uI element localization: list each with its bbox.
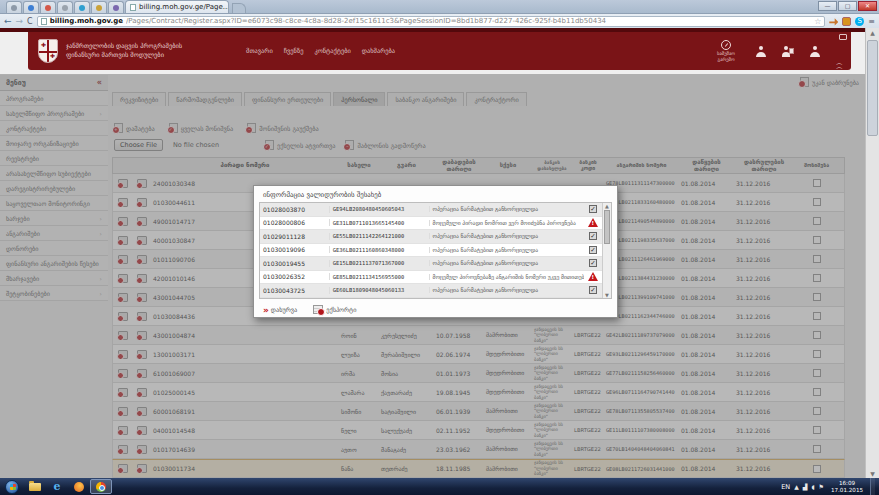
web-page: ✚✚ ჯანმრთელობის დაცვის პროგრამების ფინან… (0, 28, 879, 478)
taskbar-explorer[interactable] (24, 479, 46, 494)
browser-mini-tab[interactable] (74, 1, 90, 13)
url-path: /Pages/Contract/Register.aspx?ID=e6073c9… (126, 17, 811, 25)
continue-button[interactable]: » დახურვა (263, 305, 297, 315)
back-arrow-icon[interactable]: ← (4, 16, 12, 26)
taskbar-firefox[interactable] (68, 479, 90, 494)
modal-title: ინფორმაცია ვალიდურობის შესახებ (254, 186, 617, 202)
favicon-icon (113, 5, 119, 11)
browser-mini-tab[interactable] (57, 1, 73, 13)
continue-label: დახურვა (271, 306, 297, 313)
favicon-icon (11, 5, 17, 11)
new-tab-button[interactable] (232, 3, 246, 13)
success-check-icon: ✓ (589, 246, 597, 254)
language-indicator[interactable]: EN (781, 483, 790, 491)
modal-cell-pid: 01030043725 (260, 287, 330, 294)
header-nav-link[interactable]: კონტაქტები (314, 47, 350, 55)
favicon-icon (62, 5, 68, 11)
app-title-line1: ჯანმრთელობის დაცვის პროგრამების (66, 42, 182, 51)
header-nav-link[interactable]: დახმარება (362, 47, 395, 55)
ministry-logo-icon: ✚✚ (38, 39, 58, 63)
firefox-icon (74, 482, 84, 492)
monitor-icon[interactable] (839, 34, 847, 40)
flag-icon[interactable]: ⚑ (819, 483, 824, 490)
url-bar[interactable]: billing.moh.gov.ge /Pages/Contract/Regis… (37, 16, 826, 27)
screen: { "browser": { "mini_tabs": [{"color":"#… (0, 0, 879, 495)
taskbar: e EN ▲ ▟ ◖ ⚑ 16:09 17.01.2015 (0, 478, 879, 495)
double-chevron-icon: » (263, 305, 268, 315)
ie-icon: e (54, 481, 61, 492)
modal-cell-pid: 01030019455 (260, 260, 330, 267)
export-button[interactable]: ექსპორტი (313, 305, 356, 314)
browser-mini-tab[interactable] (108, 1, 124, 13)
show-desktop-button[interactable] (870, 478, 875, 495)
browser-mini-tab[interactable] (23, 1, 39, 13)
success-check-icon: ✓ (589, 205, 597, 213)
scroll-down-icon[interactable]: ▼ (866, 470, 879, 477)
workspace-switcher[interactable]: სამუშაო გარემო (712, 40, 740, 62)
minimize-button[interactable]: — (818, 1, 837, 11)
modal-cell-message: ოპერაცია წარმატებით განხორციელდა (430, 206, 585, 212)
taskbar-ie[interactable]: e (46, 479, 68, 494)
bookmark-star-icon[interactable]: ☆ (814, 17, 821, 26)
browser-mini-tab[interactable] (91, 1, 107, 13)
collapse-header-icon[interactable]: ︿︿ (836, 61, 843, 69)
clock-icon (721, 40, 731, 50)
scrollbar-thumb[interactable] (604, 210, 610, 244)
modal-cell-iban: GE94LB2080480450605043 (330, 206, 430, 212)
user-document-icon[interactable] (782, 46, 794, 57)
scroll-up-icon[interactable]: ▲ (866, 29, 879, 36)
window-controls: — ▢ ✕ (818, 1, 877, 11)
warning-icon (588, 272, 598, 281)
app-title: ჯანმრთელობის დაცვის პროგრამების ფინანსურ… (66, 42, 182, 59)
close-button[interactable]: ✕ (858, 1, 877, 11)
browser-toolbar: ← → C billing.moh.gov.ge /Pages/Contract… (0, 14, 879, 28)
scrollbar-thumb[interactable] (867, 40, 878, 136)
browser-mini-tab[interactable] (6, 1, 22, 13)
chrome-icon (96, 482, 106, 492)
browser-active-tab[interactable]: billing.moh.gov.ge/Page... × (125, 0, 229, 13)
users-icon[interactable] (809, 46, 821, 57)
header-nav-link[interactable]: მთავარი (246, 47, 273, 55)
modal-row: 01030043725 GE60LB1809048045060133 ოპერა… (260, 284, 602, 298)
header-nav-link[interactable]: ჩვენზე (284, 47, 304, 55)
start-button[interactable] (5, 480, 19, 494)
browser-tab-strip: billing.moh.gov.ge/Page... × — ▢ ✕ (0, 0, 879, 14)
menu-icon[interactable]: ≡ (868, 17, 875, 26)
taskbar-chrome[interactable] (90, 479, 112, 494)
modal-cell-pid: 01030026352 (260, 273, 330, 280)
scroll-down-icon[interactable]: ▼ (603, 292, 611, 298)
browser-mini-tab[interactable] (40, 1, 56, 13)
maximize-button[interactable]: ▢ (838, 1, 857, 11)
system-tray: EN ▲ ▟ ◖ ⚑ 16:09 17.01.2015 (781, 478, 879, 495)
modal-cell-pid: 01028003870 (260, 206, 330, 213)
skype-icon[interactable]: S (855, 17, 864, 26)
export-label: ექსპორტი (326, 306, 356, 313)
reload-icon[interactable]: C (27, 17, 33, 26)
modal-scrollbar[interactable]: ▲ ▼ (602, 203, 611, 298)
favicon-icon (79, 5, 85, 11)
page-scrollbar[interactable]: ▲ ▼ (865, 28, 879, 478)
app-header: ✚✚ ჯანმრთელობის დაცვის პროგრამების ფინან… (28, 32, 851, 70)
send-arrow-icon[interactable] (829, 17, 838, 26)
modal-rows: 01028003870 GE94LB2080480450605043 ოპერა… (260, 203, 602, 298)
extension-icon[interactable] (842, 17, 851, 26)
header-right: სამუშაო გარემო (712, 40, 821, 62)
scroll-up-icon[interactable]: ▲ (603, 203, 611, 209)
taskbar-clock[interactable]: 16:09 17.01.2015 (828, 480, 866, 494)
user-icon[interactable] (755, 46, 767, 57)
modal-cell-message: ოპერაცია წარმატებით განხორციელდა (430, 247, 585, 253)
page-icon (41, 18, 47, 25)
network-icon[interactable]: ▟ (803, 483, 808, 490)
modal-row: 01030026352 GE85LB0211134156955000 მოცემ… (260, 271, 602, 285)
modal-cell-iban: GE15LB0211137071367000 (330, 260, 430, 266)
warning-icon (588, 218, 598, 227)
volume-icon[interactable]: ◖ (811, 483, 814, 490)
tray-expand-icon[interactable]: ▲ (794, 483, 799, 490)
modal-cell-iban: GE60LB1809048045060133 (330, 287, 430, 293)
success-check-icon: ✓ (589, 259, 597, 267)
modal-row: 01030019455 GE15LB0211137071367000 ოპერა… (260, 257, 602, 271)
header-nav: მთავარიჩვენზეკონტაქტებიდახმარება (246, 47, 395, 55)
url-domain: billing.moh.gov.ge (50, 17, 123, 25)
modal-footer: » დახურვა ექსპორტი (254, 299, 617, 321)
forward-arrow-icon[interactable]: → (16, 16, 24, 26)
